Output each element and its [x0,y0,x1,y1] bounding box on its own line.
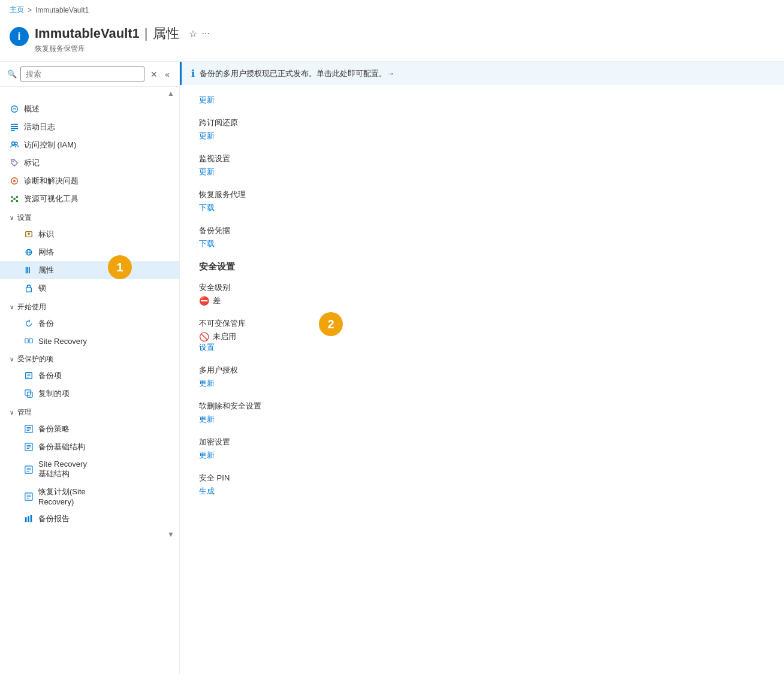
iam-label: 访问控制 (IAM) [24,140,76,150]
security-pin-action[interactable]: 生成 [199,486,215,495]
network-icon [24,247,34,257]
section-pi-chevron: ∨ [10,356,14,362]
info-icon: ℹ [191,68,195,79]
sidebar-item-backup-infra[interactable]: 备份基础结构 [0,438,179,456]
svg-rect-56 [31,515,32,522]
breadcrumb-separator: > [28,6,32,14]
recovery-plan-label: 恢复计划(Site Recovery) [38,486,86,506]
section-mgmt-chevron: ∨ [10,409,14,416]
svg-point-6 [14,142,17,144]
security-pin-label: 安全 PIN [199,473,765,483]
tags-icon [10,158,19,168]
svg-rect-30 [25,339,28,343]
multi-user-auth-action[interactable]: 更新 [199,379,215,388]
sidebar-item-resource-visual[interactable]: 资源可视化工具 [0,190,179,208]
section-settings[interactable]: ∨ 设置 [0,208,179,225]
section-protected-items[interactable]: ∨ 受保护的项 [0,349,179,367]
star-icon[interactable]: ☆ [189,28,197,40]
section-getting-started[interactable]: ∨ 开始使用 [0,297,179,315]
diagnose-icon [10,176,19,186]
sidebar-item-activity-log[interactable]: 活动日志 [0,118,179,136]
sidebar-item-network[interactable]: 网络 [0,243,179,261]
sidebar-item-iam[interactable]: 访问控制 (IAM) [0,136,179,154]
overview-label: 概述 [24,104,40,114]
sidebar-item-backup-report[interactable]: 备份报告 [0,510,179,528]
soft-delete-action[interactable]: 更新 [199,415,215,424]
backup-policy-icon [24,424,34,434]
sidebar-item-sr-infra[interactable]: Site Recovery 基础结构 [0,456,179,483]
activity-log-label: 活动日志 [24,122,55,132]
encryption-action[interactable]: 更新 [199,451,215,460]
search-icon: 🔍 [7,69,17,78]
property-recovery-agent: 恢复服务代理 下载 [199,189,765,213]
identity-icon [24,229,34,239]
svg-line-19 [13,200,13,201]
property-cross-subscription: 跨订阅还原 更新 [199,117,765,141]
resource-visual-label: 资源可视化工具 [24,194,79,204]
iam-icon [10,140,19,150]
multi-user-auth-label: 多用户授权 [199,365,765,376]
update-top-link[interactable]: 更新 [199,95,215,104]
property-immutable-vault: 不可变保管库 🚫 未启用 设置 2 [199,318,765,353]
title-separator: | [144,26,148,41]
sidebar-item-tags[interactable]: 标记 [0,154,179,172]
svg-rect-27 [27,267,28,274]
site-recovery-label: Site Recovery [38,337,87,346]
section-mgmt-label: 管理 [17,407,32,418]
section-gs-chevron: ∨ [10,304,14,310]
svg-point-14 [16,196,18,198]
overview-icon [10,104,19,114]
sidebar-item-backup-policy[interactable]: 备份策略 [0,420,179,438]
page-header: i ImmutableVault1 | 属性 ☆ ··· 恢复服务保管库 [0,20,784,62]
svg-point-22 [28,232,30,235]
svg-rect-28 [29,267,30,274]
collapse-sidebar-button[interactable]: « [162,68,172,80]
lock-icon [24,283,34,293]
backup-icon [24,319,34,328]
sr-infra-label: Site Recovery 基础结构 [38,460,87,479]
svg-point-15 [11,200,13,202]
header-subtitle: 恢复服务保管库 [35,44,774,54]
property-backup-credentials: 备份凭据 下载 [199,225,765,249]
sidebar-item-overview[interactable]: 概述 [0,100,179,118]
sidebar-item-identity[interactable]: 标识 [0,225,179,243]
sidebar-item-diagnose[interactable]: 诊断和解决问题 [0,172,179,190]
breadcrumb: 主页 > ImmutableVault1 [0,0,784,20]
sidebar-item-lock[interactable]: 锁 [0,279,179,297]
svg-rect-4 [11,130,15,131]
svg-rect-2 [11,126,18,127]
backup-credentials-action[interactable]: 下载 [199,239,215,248]
info-banner[interactable]: ℹ 备份的多用户授权现已正式发布。单击此处即可配置。→ [180,62,784,85]
sidebar-search-area: 🔍 ✕ « [0,62,179,87]
svg-point-8 [13,161,14,162]
clear-search-button[interactable]: ✕ [148,68,160,80]
sidebar-item-backup-items[interactable]: 备份项 [0,367,179,385]
svg-rect-37 [27,392,32,397]
more-icon[interactable]: ··· [202,28,210,39]
breadcrumb-current: ImmutableVault1 [35,6,89,14]
sidebar-item-recovery-plan[interactable]: 恢复计划(Site Recovery) [0,483,179,510]
replicated-items-label: 复制的项 [38,388,70,399]
svg-rect-55 [28,516,29,522]
property-security-pin: 安全 PIN 生成 [199,473,765,497]
recovery-plan-icon [24,492,34,501]
breadcrumb-home[interactable]: 主页 [10,5,24,15]
sidebar-item-site-recovery[interactable]: Site Recovery [0,333,179,349]
search-input[interactable] [20,67,144,81]
svg-rect-29 [26,288,32,292]
section-management[interactable]: ∨ 管理 [0,403,179,420]
recovery-agent-action[interactable]: 下载 [199,203,215,212]
monitor-action[interactable]: 更新 [199,167,215,176]
backup-policy-label: 备份策略 [38,424,70,434]
sidebar-item-replicated-items[interactable]: 复制的项 [0,385,179,403]
recovery-agent-label: 恢复服务代理 [199,189,765,200]
sidebar-item-properties[interactable]: 属性 1 [0,261,179,279]
properties-icon [24,265,34,275]
page-title: 属性 [153,25,179,43]
immutable-vault-action[interactable]: 设置 [199,343,215,352]
sidebar-item-backup[interactable]: 备份 [0,315,179,333]
soft-delete-label: 软删除和安全设置 [199,401,765,412]
info-banner-text: 备份的多用户授权现已正式发布。单击此处即可配置。→ [200,68,394,79]
svg-point-16 [16,200,18,202]
cross-subscription-action[interactable]: 更新 [199,131,215,140]
